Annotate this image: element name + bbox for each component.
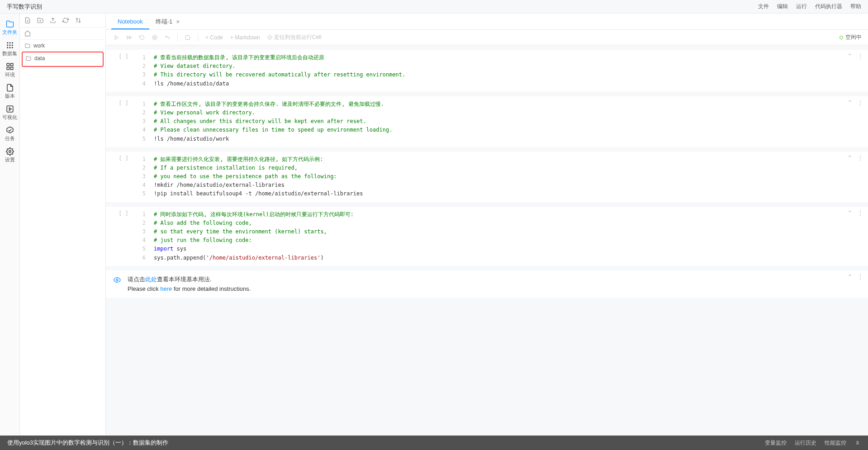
file-item-data[interactable]: data (22, 52, 104, 67)
sidebar-item-folder[interactable]: 文件夹 (0, 17, 19, 38)
top-bar: 手写数字识别 文件编辑运行代码执行器帮助 (0, 0, 868, 14)
file-home[interactable] (20, 28, 105, 40)
svg-marker-23 (115, 35, 119, 39)
sidebar-item-play-box[interactable]: 可视化 (0, 102, 19, 123)
file-item-work[interactable]: work (20, 41, 105, 51)
cell-code[interactable]: # 查看当前挂载的数据集目录, 该目录下的变更重启环境后会自动还原 # View… (151, 50, 868, 92)
more-icon[interactable]: ⋮ (857, 154, 863, 161)
sidebar-item-apps[interactable]: 环境 (0, 60, 19, 81)
markdown-cell[interactable]: 请点击此处查看本环境基本用法.Please click here for mor… (106, 270, 868, 298)
svg-rect-27 (154, 37, 156, 38)
more-icon[interactable]: ⋮ (857, 52, 863, 60)
save-icon[interactable] (183, 34, 192, 41)
collapse-icon[interactable]: ⌃ (847, 99, 853, 106)
file-icon (6, 84, 14, 92)
more-icon[interactable]: ⋮ (857, 209, 863, 217)
code-cell[interactable]: [ ]12345# 查看工作区文件, 该目录下的变更将会持久保存. 请及时清理不… (106, 96, 868, 147)
bottom-title: 使用yolo3实现图片中的数字检测与识别（一）：数据集的制作 (7, 439, 168, 447)
sidebar-item-label: 可视化 (2, 114, 17, 121)
locate-cell-button[interactable]: 定位到当前运行Cell (266, 33, 323, 42)
sidebar-item-gear[interactable]: 设置 (0, 145, 19, 166)
svg-point-3 (7, 45, 8, 46)
cell-code[interactable]: # 同时添加如下代码, 这样每次环境(kernel)启动的时候只要运行下方代码即… (151, 207, 868, 266)
gear-icon (6, 147, 14, 156)
svg-rect-11 (10, 67, 13, 70)
svg-point-26 (152, 35, 157, 40)
svg-point-5 (11, 45, 13, 46)
tab-label: 终端-1 (156, 18, 173, 26)
top-menu-item[interactable]: 运行 (796, 3, 807, 10)
more-icon[interactable]: ⋮ (857, 273, 863, 280)
kernel-status: 空闲中 (840, 33, 862, 41)
notebook-body[interactable]: [ ]1234# 查看当前挂载的数据集目录, 该目录下的变更重启环境后会自动还原… (106, 45, 868, 450)
add-code-button[interactable]: + Code (204, 33, 225, 42)
run-icon[interactable] (112, 34, 121, 41)
folder-icon (24, 43, 31, 48)
sidebar-item-label: 设置 (5, 156, 15, 163)
svg-point-6 (7, 47, 8, 48)
collapse-icon[interactable]: ⌃ (847, 273, 853, 280)
cell-prompt: [ ] (106, 207, 133, 266)
tabs: Notebook终端-1× (106, 14, 868, 30)
bottom-right: 变量监控运行历史性能监控 (765, 439, 861, 447)
svg-point-28 (268, 35, 272, 39)
sidebar-item-grid[interactable]: 数据集 (0, 38, 19, 60)
run-all-icon[interactable] (125, 34, 134, 41)
add-markdown-button[interactable]: + Markdown (228, 33, 262, 42)
cell-actions: ⌃⋮ (847, 52, 863, 60)
cell-prompt: [ ] (106, 152, 133, 202)
cell-code[interactable]: # 查看工作区文件, 该目录下的变更将会持久保存. 请及时清理不必要的文件, 避… (151, 96, 868, 147)
link[interactable]: here (160, 285, 172, 292)
bottom-tab[interactable]: 变量监控 (765, 439, 787, 447)
cell-code[interactable]: # 如果需要进行持久化安装, 需要使用持久化路径, 如下方代码示例: # If … (151, 152, 868, 202)
top-menu-item[interactable]: 文件 (758, 3, 769, 10)
code-cell[interactable]: [ ]123456# 同时添加如下代码, 这样每次环境(kernel)启动的时候… (106, 207, 868, 266)
link[interactable]: 此处 (145, 276, 157, 283)
svg-marker-14 (9, 108, 11, 110)
apps-icon (6, 62, 14, 71)
svg-rect-9 (7, 63, 9, 66)
tab-Notebook[interactable]: Notebook (111, 14, 149, 29)
collapse-icon[interactable]: ⌃ (847, 209, 853, 217)
eye-icon[interactable] (110, 275, 124, 294)
new-folder-icon[interactable] (37, 17, 43, 24)
tab-终端-1[interactable]: 终端-1× (149, 14, 187, 29)
sidebar-item-check-box[interactable]: 任务 (0, 123, 19, 145)
code-cell[interactable]: [ ]12345# 如果需要进行持久化安装, 需要使用持久化路径, 如下方代码示… (106, 152, 868, 202)
restart-icon[interactable] (138, 34, 147, 41)
collapse-icon[interactable]: ⌃ (847, 52, 853, 60)
cell-actions: ⌃⋮ (847, 209, 863, 217)
bottom-tab[interactable]: 运行历史 (795, 439, 816, 447)
close-icon[interactable]: × (175, 19, 180, 24)
top-menu: 文件编辑运行代码执行器帮助 (758, 3, 861, 10)
sidebar-item-label: 环境 (5, 71, 15, 78)
target-icon (267, 35, 272, 40)
collapse-icon[interactable]: ⌃ (847, 154, 853, 161)
svg-point-0 (7, 42, 8, 43)
content-area: Notebook终端-1× + Code + Markdown 定 (106, 14, 868, 450)
cell-actions: ⌃⋮ (847, 99, 863, 106)
svg-marker-24 (130, 36, 132, 39)
file-tree: workdata (20, 40, 105, 450)
notebook-toolbar: + Code + Markdown 定位到当前运行Cell 空闲中 (106, 30, 868, 45)
top-menu-item[interactable]: 帮助 (850, 3, 861, 10)
upload-icon[interactable] (50, 17, 56, 24)
svg-point-4 (9, 45, 10, 46)
sort-icon[interactable] (75, 17, 81, 24)
sidebar-item-label: 数据集 (2, 50, 17, 57)
chevron-up-icon[interactable] (854, 440, 861, 446)
top-menu-item[interactable]: 代码执行器 (815, 3, 842, 10)
icon-sidebar: 文件夹数据集环境版本可视化任务设置 (0, 14, 20, 450)
undo-icon[interactable] (163, 34, 172, 41)
new-file-icon[interactable] (24, 17, 31, 24)
grid-icon (6, 41, 14, 49)
bottom-tab[interactable]: 性能监控 (825, 439, 846, 447)
sidebar-item-file[interactable]: 版本 (0, 81, 19, 102)
code-cell[interactable]: [ ]1234# 查看当前挂载的数据集目录, 该目录下的变更重启环境后会自动还原… (106, 50, 868, 92)
refresh-icon[interactable] (62, 17, 69, 24)
stop-icon[interactable] (150, 34, 159, 41)
more-icon[interactable]: ⋮ (857, 99, 863, 106)
file-toolbar (20, 14, 105, 28)
cell-prompt: [ ] (106, 50, 133, 92)
top-menu-item[interactable]: 编辑 (777, 3, 788, 10)
